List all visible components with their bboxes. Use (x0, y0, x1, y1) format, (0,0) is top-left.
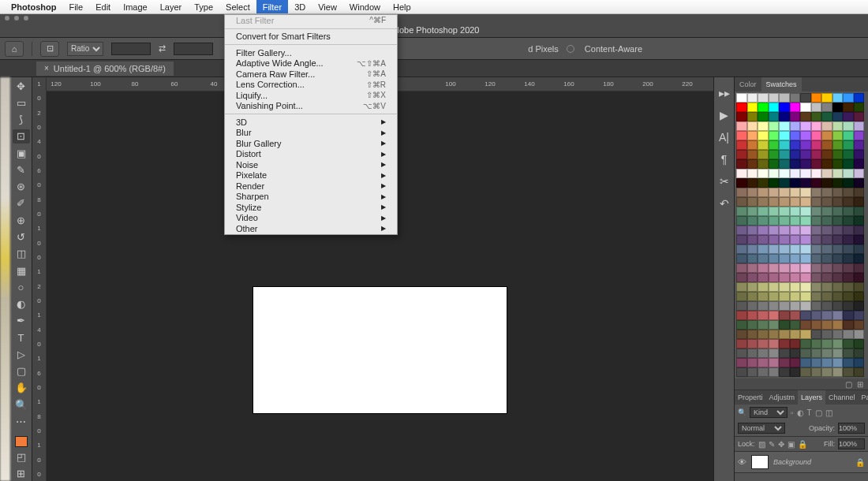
swatch[interactable] (854, 178, 865, 188)
swatch[interactable] (800, 311, 811, 320)
dodge-tool[interactable]: ◐ (13, 296, 30, 311)
swatch[interactable] (811, 140, 822, 150)
swatch[interactable] (800, 301, 811, 311)
swatch[interactable] (800, 282, 811, 292)
swatch[interactable] (747, 235, 758, 244)
submenu-3d[interactable]: 3D (225, 117, 397, 128)
swatch[interactable] (769, 207, 780, 216)
swatch[interactable] (800, 292, 811, 301)
swatch[interactable] (832, 178, 844, 188)
swatch[interactable] (832, 140, 844, 150)
swatch[interactable] (779, 197, 790, 207)
swatch[interactable] (800, 93, 811, 103)
swatch[interactable] (736, 358, 747, 367)
swatch[interactable] (758, 216, 769, 226)
marquee-tool[interactable]: ▭ (13, 95, 30, 110)
swatch[interactable] (736, 301, 747, 311)
swatch[interactable] (800, 226, 811, 235)
swatch[interactable] (747, 159, 758, 169)
swatch[interactable] (854, 121, 865, 131)
swatch[interactable] (854, 207, 865, 216)
swatch[interactable] (790, 311, 801, 320)
swatch[interactable] (790, 339, 801, 349)
blend-mode-select[interactable]: Normal (738, 423, 785, 434)
swatch[interactable] (800, 121, 811, 131)
swatch[interactable] (747, 112, 758, 121)
swatch[interactable] (736, 320, 747, 330)
swatch[interactable] (821, 254, 832, 263)
menu-layer[interactable]: Layer (154, 0, 189, 13)
swatch[interactable] (769, 197, 780, 207)
swatch[interactable] (758, 103, 769, 112)
swatch[interactable] (811, 273, 822, 282)
swatch[interactable] (758, 273, 769, 282)
swatch[interactable] (790, 226, 801, 235)
swatch[interactable] (736, 226, 747, 235)
swatch[interactable] (854, 339, 865, 349)
swatch[interactable] (747, 320, 758, 330)
swatch[interactable] (821, 93, 832, 103)
swatch[interactable] (843, 131, 854, 140)
swatch[interactable] (790, 349, 801, 358)
swatch[interactable] (811, 178, 822, 188)
swatch[interactable] (843, 226, 854, 235)
swatch[interactable] (769, 140, 780, 150)
close-dot[interactable] (5, 16, 9, 21)
submenu-pixelate[interactable]: Pixelate (225, 170, 397, 181)
filter-shape-icon[interactable]: ▢ (815, 408, 822, 417)
swatch[interactable] (821, 349, 832, 358)
swatch[interactable] (821, 131, 832, 140)
swatches-tab[interactable]: Swatches (761, 77, 802, 91)
swatch[interactable] (736, 93, 747, 103)
swatch[interactable] (736, 339, 747, 349)
swatch[interactable] (811, 216, 822, 226)
swatch[interactable] (779, 121, 790, 131)
menu-liquify-[interactable]: Liquify...⇧⌘X (225, 90, 397, 101)
swatch[interactable] (811, 244, 822, 254)
swatch[interactable] (769, 178, 780, 188)
swatch[interactable] (832, 150, 844, 159)
swatch[interactable] (779, 358, 790, 367)
lock-brush-icon[interactable]: ✎ (769, 440, 775, 449)
character-icon[interactable]: A| (719, 131, 729, 144)
swatch[interactable] (790, 292, 801, 301)
crossed-tools-icon[interactable]: ✂ (720, 175, 729, 188)
swatch[interactable] (779, 292, 790, 301)
swatch[interactable] (747, 140, 758, 150)
swatch[interactable] (843, 349, 854, 358)
swatch[interactable] (811, 367, 822, 377)
swatch[interactable] (843, 367, 854, 377)
swatch[interactable] (769, 121, 780, 131)
swatch[interactable] (736, 207, 747, 216)
swatch[interactable] (758, 301, 769, 311)
swatch[interactable] (769, 320, 780, 330)
swatch[interactable] (758, 235, 769, 244)
swatch[interactable] (747, 301, 758, 311)
swatch[interactable] (811, 282, 822, 292)
swatch[interactable] (821, 263, 832, 273)
content-aware-checkbox[interactable] (567, 45, 574, 53)
swatch[interactable] (854, 159, 865, 169)
new-group-icon[interactable]: ⊞ (857, 380, 863, 389)
swatch[interactable] (854, 273, 865, 282)
swatch[interactable] (736, 263, 747, 273)
swatch[interactable] (854, 103, 865, 112)
swatch[interactable] (854, 169, 865, 178)
swatch[interactable] (811, 103, 822, 112)
swatch[interactable] (790, 358, 801, 367)
swatch[interactable] (769, 254, 780, 263)
swatch[interactable] (779, 216, 790, 226)
swatch[interactable] (758, 169, 769, 178)
swatch[interactable] (758, 339, 769, 349)
swatch[interactable] (747, 226, 758, 235)
swatch[interactable] (832, 349, 844, 358)
swatch[interactable] (769, 339, 780, 349)
swatch[interactable] (736, 282, 747, 292)
swatch[interactable] (854, 367, 865, 377)
filter-kind-select[interactable]: Kind (750, 407, 788, 418)
menu-image[interactable]: Image (117, 0, 154, 13)
swatch[interactable] (811, 197, 822, 207)
swatch[interactable] (769, 93, 780, 103)
swatch[interactable] (779, 112, 790, 121)
swatch[interactable] (800, 367, 811, 377)
